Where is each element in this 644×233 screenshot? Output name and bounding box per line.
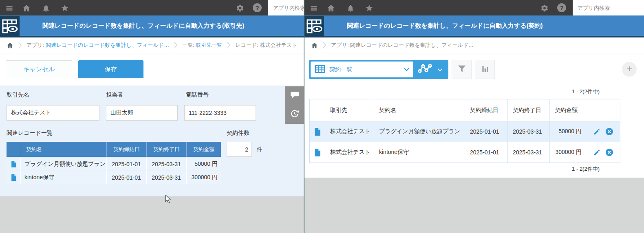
favorites-star-icon[interactable] <box>365 4 374 13</box>
record-file-icon[interactable] <box>7 158 21 170</box>
app-header: 関連レコードのレコード数を集計し、フィールドに自動入力する(取引先) <box>0 15 304 37</box>
cell-contract-amount: 300000 円 <box>550 142 586 163</box>
help-icon[interactable]: ? <box>557 3 566 12</box>
app-icon[interactable] <box>304 16 324 37</box>
column-header-actions <box>586 99 620 121</box>
chevron-down-icon <box>404 68 409 71</box>
cell-contract-name: kintone保守 <box>374 142 465 163</box>
list-table-row: 株式会社テスト プラグイン月額使い放題プラン 2025-01-01 2025-0… <box>310 121 620 142</box>
page-footer-area <box>0 196 304 233</box>
record-side-panel-tab <box>285 86 304 124</box>
related-table-row: kintone保守 2025-01-01 2025-03-31 300000 円 <box>7 171 221 184</box>
cell-contract-amount: 300000 円 <box>187 171 221 184</box>
comments-tab[interactable] <box>285 86 304 105</box>
hamburger-menu-icon[interactable] <box>309 4 318 13</box>
delete-x-circle-icon[interactable] <box>605 148 613 156</box>
column-header-contract-name: 契約名 <box>374 99 465 121</box>
history-clock-icon <box>290 109 299 120</box>
history-tab[interactable] <box>285 105 304 124</box>
column-header-contract-name: 契約名 <box>21 142 107 157</box>
add-record-button[interactable]: + <box>622 62 637 77</box>
app-search-input[interactable] <box>268 0 304 15</box>
edit-pencil-icon[interactable] <box>593 128 600 135</box>
field-label-account-name: 取引先名 <box>7 91 29 99</box>
home-icon[interactable] <box>326 4 335 13</box>
contract-list-table: 取引先 契約名 契約締結日 契約終了日 契約金額 株式会社テスト プラグイン月額… <box>309 99 620 163</box>
cell-contract-amount: 50000 円 <box>187 158 221 170</box>
related-table-header: 契約名 契約締結日 契約終了日 契約金額 <box>7 142 221 157</box>
chevron-separator-icon <box>323 42 326 48</box>
hamburger-menu-icon[interactable] <box>5 4 14 13</box>
comment-bubble-icon <box>290 91 299 101</box>
selected-view-label: 契約一覧 <box>329 66 352 73</box>
cell-contract-amount: 50000 円 <box>550 121 586 142</box>
view-selector[interactable]: 契約一覧 <box>309 60 448 79</box>
breadcrumb-item-list[interactable]: 一覧: 取引先一覧 <box>182 42 222 49</box>
breadcrumb-list-link[interactable]: 取引先一覧 <box>196 42 222 48</box>
column-header-contract-start: 契約締結日 <box>107 142 147 157</box>
table-grid-icon <box>315 65 325 75</box>
related-records-title: 関連レコード一覧 <box>7 130 53 137</box>
pagination-top: 1 - 2(2件中) <box>309 88 600 95</box>
cell-contract-start: 2025-01-01 <box>107 158 147 170</box>
view-select-dropdown[interactable]: 契約一覧 <box>311 62 413 77</box>
record-file-icon[interactable] <box>7 171 21 184</box>
contract-count-input[interactable] <box>227 142 252 157</box>
breadcrumb-item-app[interactable]: アプリ: 関連レコードのレコード数を集計し、フィールド… <box>26 42 169 49</box>
bar-chart-icon <box>481 65 489 75</box>
cell-contract-name: kintone保守 <box>21 171 107 184</box>
graph-view-dropdown[interactable] <box>413 63 447 76</box>
global-navigation-bar: ? <box>0 0 304 15</box>
cell-account: 株式会社テスト <box>325 121 374 142</box>
cell-account: 株式会社テスト <box>325 142 374 163</box>
notifications-bell-icon[interactable] <box>42 4 51 13</box>
app-search-input[interactable] <box>573 0 644 15</box>
home-icon[interactable] <box>311 42 318 49</box>
related-table-row: プラグイン月額使い放題プラン 2025-01-01 2025-03-31 500… <box>7 158 221 170</box>
list-table-row: 株式会社テスト kintone保守 2025-01-01 2025-03-31 … <box>310 142 620 163</box>
column-header-contract-end: 契約終了日 <box>147 142 187 157</box>
header-spacer <box>310 99 325 121</box>
app-icon[interactable] <box>0 16 20 37</box>
settings-gear-icon[interactable] <box>236 4 245 13</box>
breadcrumb: アプリ: 関連レコードのレコード数を集計し、フィールド… <box>304 37 644 53</box>
notifications-bell-icon[interactable] <box>346 4 355 13</box>
cell-contract-end: 2025-03-31 <box>147 158 187 170</box>
help-icon[interactable]: ? <box>253 3 262 12</box>
column-header-contract-amount: 契約金額 <box>550 99 586 121</box>
breadcrumb: アプリ: 関連レコードのレコード数を集計し、フィールド… 一覧: 取引先一覧 レ… <box>0 37 304 53</box>
pagination-bottom: 1 - 2(2件中) <box>309 165 600 173</box>
cell-contract-name: プラグイン月額使い放題プラン <box>21 158 107 170</box>
home-icon[interactable] <box>22 4 31 13</box>
graph-nodes-icon <box>418 63 432 76</box>
settings-gear-icon[interactable] <box>540 4 549 13</box>
window-contract-list: ? 関連レコードのレコード数を集計し、フィールドに自動入力する(契約) <box>304 0 644 233</box>
cell-contract-start: 2025-01-01 <box>465 142 508 163</box>
field-label-contact-person: 担当者 <box>106 91 123 99</box>
column-header-contract-amount: 契約金額 <box>187 142 221 157</box>
breadcrumb-item-app: アプリ: 関連レコードのレコード数を集計し、フィールド… <box>331 42 474 49</box>
breadcrumb-app-link[interactable]: 関連レコードのレコード数を集計し、フィールド… <box>46 42 169 48</box>
home-icon[interactable] <box>7 42 13 49</box>
filter-button[interactable] <box>452 60 472 79</box>
header-spacer <box>7 142 21 157</box>
filter-funnel-icon <box>457 64 466 75</box>
account-name-input[interactable] <box>7 105 99 121</box>
save-button[interactable]: 保存 <box>78 60 143 78</box>
cancel-button[interactable]: キャンセル <box>6 60 72 78</box>
chart-button[interactable] <box>475 60 495 79</box>
delete-x-circle-icon[interactable] <box>605 127 613 136</box>
contact-person-input[interactable] <box>106 105 178 121</box>
page-footer-area <box>304 178 644 233</box>
phone-input[interactable] <box>184 105 256 121</box>
field-label-phone: 電話番号 <box>186 91 209 99</box>
list-table-header: 取引先 契約名 契約締結日 契約終了日 契約金額 <box>310 99 620 121</box>
record-file-icon[interactable] <box>310 142 325 163</box>
cell-contract-name: プラグイン月額使い放題プラン <box>374 121 465 142</box>
cell-contract-end: 2025-03-31 <box>508 142 550 163</box>
favorites-star-icon[interactable] <box>60 4 69 13</box>
cell-row-actions <box>586 142 620 163</box>
record-file-icon[interactable] <box>310 121 325 142</box>
edit-pencil-icon[interactable] <box>593 149 600 156</box>
chevron-down-icon <box>437 66 443 73</box>
